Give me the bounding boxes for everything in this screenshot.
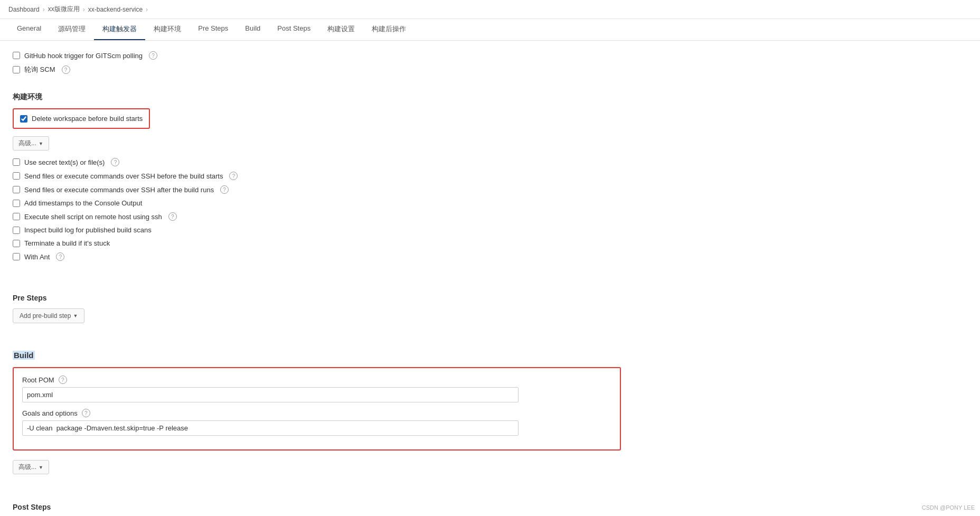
form-area: GitHub hook trigger for GITScm polling ?… [0,41,634,516]
goals-input[interactable] [22,420,519,436]
github-hook-help-icon[interactable]: ? [149,51,157,60]
use-secret-checkbox[interactable] [13,158,20,166]
tab-build[interactable]: Build [237,19,269,40]
with-ant-row: With Ant ? [13,252,621,261]
sep3: › [146,6,148,13]
post-steps-section: Post Steps [13,503,621,511]
execute-shell-checkbox[interactable] [13,213,20,220]
add-timestamps-label: Add timestamps to the Console Output [24,199,142,207]
use-secret-row: Use secret text(s) or file(s) ? [13,158,621,166]
github-hook-row: GitHub hook trigger for GITScm polling ? [13,51,621,60]
delete-workspace-box: Delete workspace before build starts [13,108,150,129]
build-title: Build [13,351,35,360]
goals-help-icon[interactable]: ? [82,409,90,417]
root-pom-help-icon[interactable]: ? [59,376,67,384]
add-timestamps-checkbox[interactable] [13,200,20,207]
send-files-before-row: Send files or execute commands over SSH … [13,172,621,180]
delete-workspace-label: Delete workspace before build starts [32,115,143,123]
send-files-before-checkbox[interactable] [13,172,20,180]
scm-polling-row: 轮询 SCM ? [13,65,621,74]
send-files-before-help-icon[interactable]: ? [229,172,238,180]
use-secret-label: Use secret text(s) or file(s) [24,158,105,166]
tab-build-env[interactable]: 构建环境 [145,19,190,40]
send-files-after-row: Send files or execute commands over SSH … [13,185,621,194]
send-files-after-label: Send files or execute commands over SSH … [24,186,214,194]
github-hook-checkbox[interactable] [13,52,20,59]
send-files-before-label: Send files or execute commands over SSH … [24,172,223,180]
execute-shell-row: Execute shell script on remote host usin… [13,212,621,221]
terminate-build-row: Terminate a build if it's stuck [13,239,621,247]
tab-source[interactable]: 源码管理 [50,19,94,40]
tab-bar: General 源码管理 构建触发器 构建环境 Pre Steps Build … [0,19,980,41]
post-steps-title: Post Steps [13,503,621,511]
breadcrumb-app[interactable]: xx版微应用 [48,5,80,14]
root-pom-label: Root POM ? [22,376,611,384]
scm-polling-help-icon[interactable]: ? [62,65,70,74]
terminate-build-label: Terminate a build if it's stuck [24,239,110,247]
advanced-button[interactable]: 高级... [13,136,49,151]
inspect-build-label: Inspect build log for published build sc… [24,226,152,234]
scm-polling-checkbox[interactable] [13,66,20,73]
tab-pre-steps[interactable]: Pre Steps [190,19,237,40]
scm-polling-label: 轮询 SCM [24,65,55,74]
breadcrumb-service[interactable]: xx-backend-service [88,6,143,13]
execute-shell-label: Execute shell script on remote host usin… [24,213,162,221]
tab-build-trigger[interactable]: 构建触发器 [94,19,145,40]
build-config-box: Root POM ? Goals and options ? [13,367,621,451]
breadcrumb: Dashboard › xx版微应用 › xx-backend-service … [0,0,980,19]
pre-steps-section: Pre Steps Add pre-build step [13,294,621,323]
breadcrumb-dashboard[interactable]: Dashboard [8,6,40,13]
tab-build-settings[interactable]: 构建设置 [319,19,363,40]
watermark: CSDN @PONY LEE [922,504,975,511]
with-ant-help-icon[interactable]: ? [56,252,64,261]
with-ant-checkbox[interactable] [13,253,20,260]
root-pom-input[interactable] [22,387,519,402]
github-hook-label: GitHub hook trigger for GITScm polling [24,52,143,60]
pre-steps-title: Pre Steps [13,294,621,302]
goals-label: Goals and options ? [22,409,611,417]
send-files-after-help-icon[interactable]: ? [220,185,229,194]
use-secret-help-icon[interactable]: ? [111,158,119,166]
build-advanced-button[interactable]: 高级... [13,460,49,474]
build-section: Build Root POM ? Goals and options ? [13,351,621,482]
with-ant-label: With Ant [24,253,50,261]
tab-post-steps[interactable]: Post Steps [269,19,319,40]
execute-shell-help-icon[interactable]: ? [168,212,177,221]
inspect-build-checkbox[interactable] [13,227,20,234]
delete-workspace-checkbox[interactable] [20,115,27,123]
sep2: › [83,6,85,13]
tab-post-build[interactable]: 构建后操作 [363,19,414,40]
add-timestamps-row: Add timestamps to the Console Output [13,199,621,207]
add-pre-build-step-button[interactable]: Add pre-build step [13,308,84,323]
sep1: › [43,6,45,13]
terminate-build-checkbox[interactable] [13,240,20,247]
send-files-after-checkbox[interactable] [13,186,20,193]
tab-general[interactable]: General [8,19,50,40]
inspect-build-row: Inspect build log for published build sc… [13,226,621,234]
build-env-title: 构建环境 [13,92,621,102]
